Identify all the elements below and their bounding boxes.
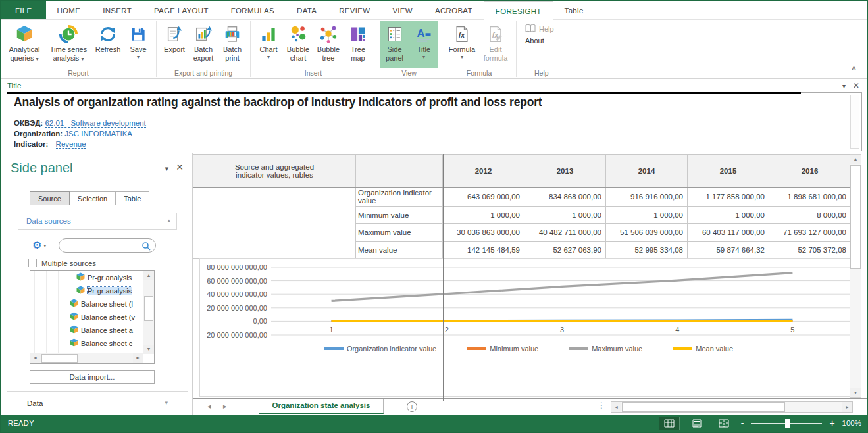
row-label[interactable]: Mean value [356,242,443,259]
side-panel-collapse-button[interactable]: ▾ [165,165,168,173]
scroll-left-icon[interactable]: ◄ [611,402,621,412]
cell-value[interactable]: -8 000,00 [769,207,851,224]
analytical-queries-button[interactable]: Analytical queries ▾ [4,21,45,68]
zoom-out-button[interactable]: - [741,418,744,428]
legend-item[interactable]: Minimum value [467,345,538,353]
legend-item[interactable]: Maximum value [569,345,642,353]
about-button[interactable]: About [525,37,554,45]
cell-value[interactable]: 52 627 063,90 [524,242,606,259]
okved-link[interactable]: 62.01 - Software development [45,119,145,128]
normal-view-button[interactable] [659,417,680,430]
export-button[interactable]: Export [160,21,189,68]
title-toggle-button[interactable]: A Title ▾ [409,21,438,68]
side-panel-toggle-button[interactable]: Side panel [380,21,409,68]
scroll-down-icon[interactable]: ▼ [143,345,154,354]
tab-review[interactable]: REVIEW [328,1,381,19]
tab-view[interactable]: VIEW [381,1,424,19]
chart[interactable]: 80 000 000 000,0060 000 000 000,0040 000… [199,258,857,397]
year-header[interactable]: 2015 [688,155,769,188]
cell-value[interactable]: 1 000,00 [443,207,524,224]
tree-item[interactable]: Balance sheet c [30,337,143,350]
scroll-right-icon[interactable]: ► [842,402,852,412]
tab-page-layout[interactable]: PAGE LAYOUT [143,1,220,19]
page-break-view-button[interactable] [714,417,734,430]
cell-value[interactable]: 1 000,00 [524,207,606,224]
cell-value[interactable]: 30 036 863 000,00 [443,224,524,242]
bubble-chart-button[interactable]: Bubble chart [283,21,313,68]
cell-value[interactable]: 59 874 664,32 [688,242,769,259]
edit-formula-button[interactable]: fx Edit formula [478,21,513,68]
scrollbar-thumb[interactable] [850,165,861,269]
cell-value[interactable]: 916 916 000,00 [606,188,688,207]
chart-button[interactable]: Chart ▾ [254,21,283,68]
zoom-slider-thumb[interactable] [785,419,790,428]
tree-item[interactable]: Balance sheet a [30,324,143,337]
chevron-up-icon[interactable]: ▴ [167,217,170,224]
tree-item[interactable]: Pr-gr analysis [30,271,143,284]
tab-home[interactable]: HOME [46,1,92,19]
data-import-button[interactable]: Data import... [30,370,155,384]
title-collapse-button[interactable]: ▾ [842,82,846,89]
sheet-vertical-scrollbar[interactable]: ▲ ▼ [850,154,861,398]
series-line[interactable] [332,273,793,301]
year-header[interactable]: 2014 [606,155,688,188]
tab-selection[interactable]: Selection [69,191,116,205]
add-sheet-button[interactable]: + [407,401,417,412]
source-search-input[interactable] [66,240,140,251]
tab-insert[interactable]: INSERT [91,1,143,19]
overflow-dots-icon[interactable]: ⋮ [598,401,605,410]
scroll-up-icon[interactable]: ▲ [143,271,154,280]
cell-value[interactable]: 52 995 334,08 [606,242,688,259]
row-label[interactable]: Minimum value [356,207,443,224]
cell-value[interactable]: 52 705 372,08 [769,242,851,259]
data-section-header[interactable]: Data ▾ [27,397,168,410]
table-empty-region[interactable] [193,188,356,259]
legend-item[interactable]: Organization indicator value [324,345,436,353]
sheet-tab-organization-state-analysis[interactable]: Organization state analysis [259,399,384,414]
tree-item[interactable]: Balance sheet (v [30,311,143,324]
data-sources-section-header[interactable]: Data sources ▴ [18,213,177,230]
page-layout-view-button[interactable] [687,417,707,430]
cell-value[interactable]: 834 868 000,00 [524,188,606,207]
scroll-right-icon[interactable]: ► [133,353,143,363]
sheet-nav-left-icon[interactable]: ◂ [207,402,211,411]
side-panel-close-button[interactable]: ✕ [176,162,184,172]
year-header[interactable]: 2013 [524,155,606,188]
bubble-tree-button[interactable]: Bubble tree [313,21,344,68]
tree-horizontal-scrollbar[interactable]: ◄ ► [30,353,143,363]
zoom-in-button[interactable]: + [829,418,834,428]
save-button[interactable]: Save ▾ [124,21,153,68]
scroll-left-icon[interactable]: ◄ [30,353,40,363]
tree-vertical-scrollbar[interactable]: ▲ ▼ [143,271,154,354]
title-close-button[interactable]: ✕ [853,81,859,90]
scrollbar-thumb[interactable] [144,296,153,321]
tree-item-selected[interactable]: Pr-gr analysis [30,284,143,297]
multiple-sources-option[interactable]: Multiple sources [28,259,96,267]
tree-item[interactable]: Balance sheet (l [30,297,143,311]
scroll-down-icon[interactable]: ▼ [850,388,861,397]
cell-value[interactable]: 1 898 681 000,00 [769,188,851,207]
tree-map-button[interactable]: Tree map [344,21,372,68]
scrollbar-thumb[interactable] [622,402,785,412]
refresh-button[interactable]: Refresh [92,21,124,68]
title-scrollbar[interactable] [850,95,859,149]
cell-value[interactable]: 643 069 000,00 [443,188,524,207]
cell-value[interactable]: 60 403 117 000,00 [688,224,769,242]
cell-value[interactable]: 1 000,00 [688,207,769,224]
search-icon[interactable] [141,242,151,253]
sheet-nav-right-icon[interactable]: ▸ [223,402,227,411]
indicator-link[interactable]: Revenue [56,140,86,149]
scroll-up-icon[interactable]: ▲ [850,155,861,164]
cell-value[interactable]: 1 000,00 [606,207,688,224]
time-series-analysis-button[interactable]: Time series analysis ▾ [45,21,92,68]
collapse-ribbon-button[interactable]: ^ [852,65,856,74]
cell-value[interactable]: 51 506 039 000,00 [606,224,688,242]
help-button[interactable]: Help [525,24,554,34]
cell-value[interactable]: 71 693 127 000,00 [769,224,851,242]
tab-file[interactable]: FILE [1,1,46,19]
batch-export-button[interactable]: Batch export [189,21,218,68]
cell-value[interactable]: 142 145 484,59 [443,242,524,259]
year-header[interactable]: 2012 [443,155,524,188]
batch-print-button[interactable]: Batch print [218,21,247,68]
formula-button[interactable]: fx Formula ▾ [446,21,478,68]
